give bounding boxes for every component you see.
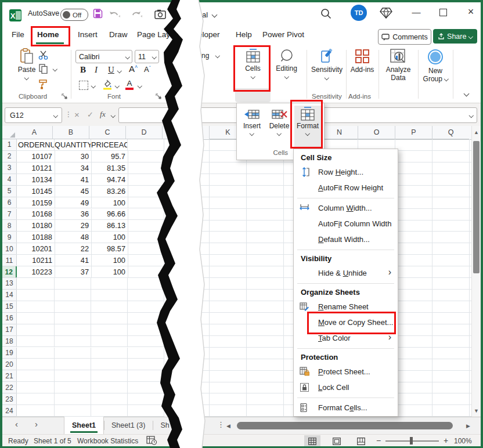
tab-help[interactable]: Help <box>236 30 252 39</box>
tab-power-pivot[interactable]: Power Pivot <box>262 30 304 39</box>
cell-B18[interactable] <box>53 336 91 348</box>
row-header-10[interactable]: 10 <box>2 243 17 255</box>
cell-A3[interactable]: 10121 <box>16 162 55 174</box>
vertical-scrollbar[interactable]: ▲ ▼ <box>471 126 481 417</box>
cell-A21[interactable] <box>16 370 55 382</box>
tab-insert[interactable]: Insert <box>78 30 98 39</box>
row-header-9[interactable]: 9 <box>2 232 17 243</box>
cell-C17[interactable] <box>89 324 128 336</box>
diamond-icon[interactable] <box>380 8 392 19</box>
cell-A15[interactable] <box>16 301 55 313</box>
cell-C14[interactable] <box>89 290 128 301</box>
cell-A7[interactable]: 10168 <box>16 209 55 221</box>
cell-D24[interactable] <box>126 405 164 417</box>
row-header-20[interactable]: 20 <box>2 359 17 370</box>
cell-C3[interactable]: 81.35 <box>89 162 128 174</box>
copy-icon[interactable] <box>39 64 48 74</box>
cell-D15[interactable] <box>126 301 164 313</box>
tab-file[interactable]: File <box>12 30 24 39</box>
cancel-icon[interactable]: × <box>74 110 80 120</box>
cell-A13[interactable] <box>16 278 55 290</box>
cell-B3[interactable]: 34 <box>53 162 92 174</box>
sensitivity-button[interactable]: Sensitivity <box>310 49 344 80</box>
minimize-button[interactable]: — <box>408 7 425 21</box>
cell-C11[interactable]: 100 <box>89 255 128 266</box>
scroll-down-icon[interactable]: ▼ <box>474 408 479 414</box>
row-header-19[interactable]: 19 <box>2 348 17 359</box>
camera-icon[interactable] <box>154 9 167 19</box>
insert-function-icon[interactable]: fx <box>100 110 106 119</box>
cell-A17[interactable] <box>16 324 55 336</box>
cell-D18[interactable] <box>126 336 164 348</box>
tab-developer-fragment[interactable]: eloper <box>198 30 220 39</box>
cell-B6[interactable]: 49 <box>53 197 92 209</box>
cell-D22[interactable] <box>126 382 164 393</box>
row-header-18[interactable]: 18 <box>2 336 17 348</box>
italic-button[interactable]: I <box>95 65 98 75</box>
column-header-C[interactable]: C <box>89 126 126 139</box>
sheet-tab-sh[interactable]: Sh <box>153 417 176 434</box>
share-button[interactable]: Share <box>433 29 477 44</box>
cell-B4[interactable]: 41 <box>53 174 92 186</box>
cell-C8[interactable]: 86.13 <box>89 220 128 232</box>
cell-A19[interactable] <box>16 348 55 359</box>
cell-C20[interactable] <box>89 359 128 370</box>
cell-B1[interactable]: QUANTITY <box>53 139 91 151</box>
cell-A6[interactable]: 10159 <box>16 197 55 209</box>
cell-C7[interactable]: 96.66 <box>89 209 128 221</box>
menu-item-autofit-column-width[interactable]: AutoFit Column Width <box>294 216 398 232</box>
cell-C16[interactable] <box>89 313 128 324</box>
column-header-N[interactable]: N <box>320 126 358 139</box>
cell-C10[interactable]: 98.57 <box>89 243 128 255</box>
menu-item-protect-sheet[interactable]: Protect Sheet... <box>294 364 398 380</box>
row-header-13[interactable]: 13 <box>2 278 17 290</box>
font-size-combo[interactable]: 11 <box>135 50 159 63</box>
menu-item-column-width[interactable]: Column Width... <box>294 200 398 216</box>
cell-C9[interactable]: 100 <box>89 232 128 243</box>
cell-C18[interactable] <box>89 336 128 348</box>
column-header-O[interactable]: O <box>358 126 395 139</box>
cell-D23[interactable] <box>126 393 164 405</box>
cell-A10[interactable]: 10201 <box>16 243 55 255</box>
cell-D1[interactable] <box>126 139 164 151</box>
formula-expand-chevron-icon[interactable] <box>468 113 473 118</box>
formula-bar-drag-handle[interactable]: ⋮ <box>65 110 72 118</box>
status-sheet-info[interactable]: Sheet 1 of 5 <box>34 437 71 445</box>
scroll-up-icon[interactable]: ▲ <box>474 129 479 135</box>
row-header-4[interactable]: 4 <box>2 174 17 186</box>
cell-B22[interactable] <box>53 382 91 393</box>
row-header-11[interactable]: 11 <box>2 255 17 266</box>
row-header-1[interactable]: 1 <box>2 139 17 151</box>
cell-D4[interactable] <box>126 174 164 186</box>
menu-item-format-cells[interactable]: Format Cells... <box>294 400 398 416</box>
zoom-level[interactable]: 100% <box>454 437 472 445</box>
cell-A14[interactable] <box>16 290 55 301</box>
cell-B19[interactable] <box>53 348 91 359</box>
cell-B16[interactable] <box>53 313 91 324</box>
cell-D11[interactable] <box>126 255 164 266</box>
cell-A20[interactable] <box>16 359 55 370</box>
vertical-scroll-thumb[interactable] <box>473 141 480 273</box>
comments-button[interactable]: Comments <box>378 29 431 45</box>
row-header-6[interactable]: 6 <box>2 197 17 209</box>
cell-A24[interactable] <box>16 405 55 417</box>
select-all-corner[interactable] <box>2 126 17 139</box>
page-break-view-button[interactable] <box>353 435 369 447</box>
cell-C4[interactable]: 94.74 <box>89 174 128 186</box>
cell-D12[interactable] <box>126 266 164 278</box>
cell-B11[interactable]: 41 <box>53 255 92 266</box>
cell-B13[interactable] <box>53 278 91 290</box>
workbook-statistics-icon[interactable] <box>146 436 157 445</box>
cell-C24[interactable] <box>89 405 128 417</box>
cell-B2[interactable]: 30 <box>53 151 92 162</box>
cell-B9[interactable]: 48 <box>53 232 92 243</box>
cell-B15[interactable] <box>53 301 91 313</box>
menu-item-autofit-row-height[interactable]: AutoFit Row Height <box>294 180 398 196</box>
scroll-right-icon[interactable]: ▶ <box>466 423 470 429</box>
conditional-formatting-fragment[interactable]: atting <box>192 52 209 60</box>
cell-B21[interactable] <box>53 370 91 382</box>
cell-B5[interactable]: 45 <box>53 186 92 197</box>
cell-D14[interactable] <box>126 290 164 301</box>
cell-A9[interactable]: 10188 <box>16 232 55 243</box>
enter-icon[interactable]: ✓ <box>87 110 93 119</box>
